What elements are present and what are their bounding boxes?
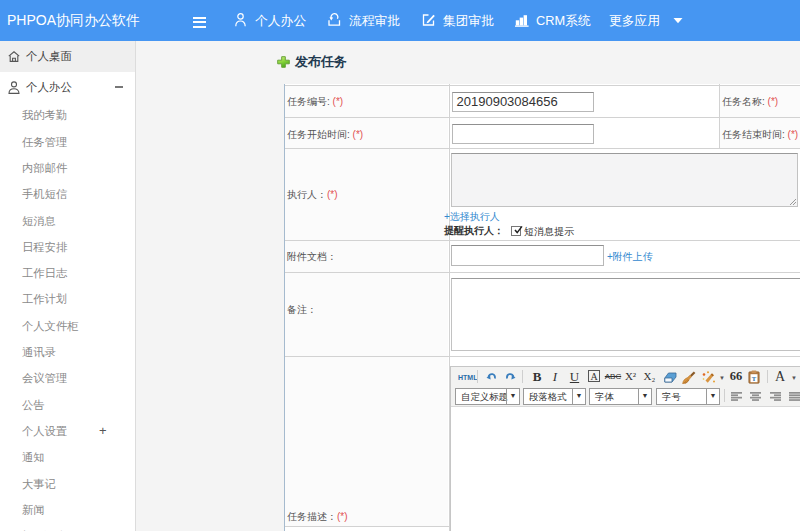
svg-text:T: T — [752, 375, 757, 382]
